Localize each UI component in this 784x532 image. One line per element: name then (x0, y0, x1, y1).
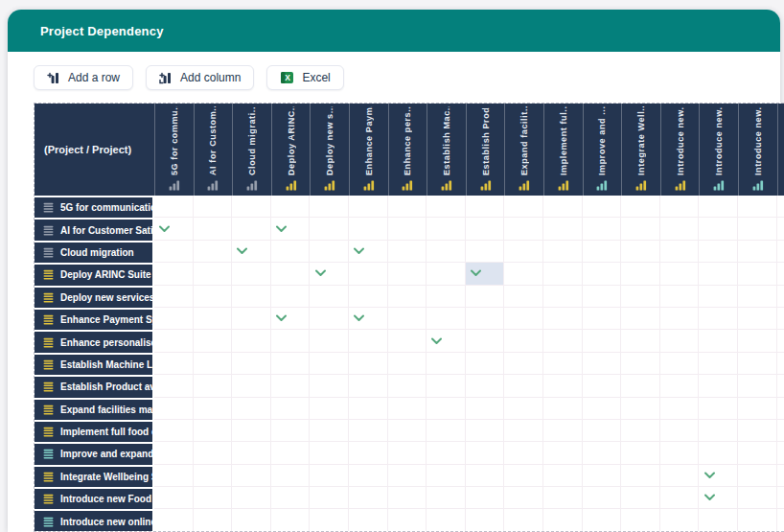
dependency-cell[interactable] (543, 286, 583, 308)
dependency-cell[interactable] (271, 263, 311, 285)
row-header[interactable]: Expand facilities mana... (35, 398, 154, 420)
dependency-cell[interactable] (504, 263, 543, 285)
dependency-cell[interactable] (504, 286, 543, 308)
dependency-cell[interactable] (583, 241, 622, 263)
dependency-cell[interactable] (621, 196, 660, 218)
dependency-cell[interactable] (232, 509, 271, 531)
dependency-cell[interactable] (777, 286, 784, 308)
dependency-cell[interactable] (271, 375, 311, 397)
dependency-cell[interactable] (504, 353, 543, 375)
dependency-cell[interactable] (621, 398, 660, 420)
dependency-cell[interactable] (271, 487, 311, 509)
dependency-cell[interactable] (154, 420, 194, 442)
dependency-cell[interactable] (154, 375, 194, 397)
dependency-cell[interactable] (466, 375, 505, 397)
dependency-cell[interactable] (271, 442, 311, 464)
dependency-cell[interactable] (660, 286, 700, 308)
dependency-cell[interactable] (271, 308, 311, 330)
dependency-cell[interactable] (310, 442, 349, 464)
dependency-cell[interactable] (621, 509, 660, 531)
dependency-cell[interactable] (466, 509, 505, 531)
dependency-cell[interactable] (583, 420, 622, 442)
dependency-cell[interactable] (427, 263, 466, 285)
dependency-cell[interactable] (194, 308, 233, 330)
column-header[interactable]: Establish Prod... (466, 104, 505, 196)
column-header[interactable]: Enhance pers... (388, 104, 427, 196)
dependency-cell[interactable] (660, 487, 700, 509)
dependency-cell[interactable] (660, 420, 700, 442)
dependency-cell[interactable] (777, 442, 784, 464)
drag-handle-icon[interactable] (43, 292, 54, 303)
column-header[interactable]: Expand facilit... (504, 104, 543, 196)
dependency-cell[interactable] (504, 465, 543, 487)
drag-handle-icon[interactable] (43, 269, 54, 280)
dependency-cell[interactable] (271, 286, 311, 308)
dependency-cell[interactable] (232, 308, 271, 330)
dependency-cell[interactable] (699, 353, 738, 375)
dependency-cell[interactable] (349, 375, 388, 397)
dependency-cell[interactable] (349, 442, 388, 464)
dependency-cell[interactable] (777, 330, 784, 352)
dependency-cell[interactable] (777, 353, 784, 375)
row-header[interactable]: Integrate Wellbeing Se... (35, 465, 154, 487)
dependency-cell[interactable] (194, 196, 233, 218)
dependency-cell[interactable] (232, 420, 271, 442)
dependency-cell[interactable] (660, 196, 700, 218)
dependency-cell[interactable] (232, 375, 271, 397)
dependency-cell[interactable] (388, 420, 427, 442)
dependency-cell[interactable] (738, 442, 777, 464)
dependency-cell[interactable] (583, 487, 622, 509)
dependency-cell[interactable] (154, 353, 194, 375)
dependency-cell[interactable] (543, 196, 583, 218)
column-header[interactable]: Establish Mac... (427, 104, 466, 196)
dependency-cell[interactable] (427, 330, 466, 352)
dependency-cell[interactable] (466, 442, 505, 464)
dependency-cell[interactable] (388, 442, 427, 464)
dependency-cell[interactable] (543, 308, 583, 330)
dependency-cell[interactable] (660, 509, 700, 531)
column-header[interactable]: Integrate Well... (621, 104, 660, 196)
row-header[interactable]: Enhance Payment Syst... (35, 308, 154, 330)
dependency-cell[interactable] (504, 442, 543, 464)
dependency-cell[interactable] (699, 241, 738, 263)
dependency-cell[interactable] (583, 330, 622, 352)
dependency-cell[interactable] (660, 398, 700, 420)
column-header[interactable]: Introduce new... (660, 104, 700, 196)
dependency-cell[interactable] (388, 263, 427, 285)
dependency-cell[interactable] (777, 398, 784, 420)
dependency-cell[interactable] (621, 375, 660, 397)
drag-handle-icon[interactable] (43, 225, 54, 236)
dependency-cell[interactable] (583, 353, 622, 375)
dependency-cell[interactable] (777, 487, 784, 509)
dependency-cell[interactable] (388, 465, 427, 487)
dependency-cell[interactable] (232, 330, 271, 352)
dependency-cell[interactable] (194, 353, 233, 375)
dependency-cell[interactable] (621, 487, 660, 509)
dependency-cell[interactable] (583, 286, 622, 308)
dependency-cell[interactable] (699, 196, 738, 218)
dependency-cell[interactable] (427, 420, 466, 442)
row-header[interactable]: Establish Product avail... (35, 375, 154, 397)
dependency-cell[interactable] (466, 487, 505, 509)
row-header[interactable]: Introduce new online P... (35, 509, 154, 531)
dependency-cell[interactable] (310, 420, 349, 442)
dependency-cell[interactable] (154, 442, 194, 464)
dependency-cell[interactable] (388, 241, 427, 263)
column-header[interactable]: 5G for commu... (154, 104, 194, 196)
drag-handle-icon[interactable] (43, 517, 54, 527)
dependency-cell[interactable] (543, 263, 583, 285)
dependency-cell[interactable] (427, 353, 466, 375)
dependency-cell[interactable] (621, 218, 660, 240)
dependency-cell[interactable] (154, 398, 194, 420)
dependency-cell[interactable] (777, 263, 784, 285)
dependency-cell[interactable] (699, 308, 738, 330)
dependency-cell[interactable] (738, 420, 777, 442)
dependency-cell[interactable] (466, 196, 505, 218)
dependency-cell[interactable] (738, 286, 777, 308)
dependency-cell[interactable] (427, 375, 466, 397)
dependency-cell[interactable] (621, 330, 660, 352)
dependency-cell[interactable] (738, 308, 777, 330)
dependency-cell[interactable] (271, 353, 311, 375)
dependency-cell[interactable] (699, 420, 738, 442)
drag-handle-icon[interactable] (43, 202, 54, 213)
